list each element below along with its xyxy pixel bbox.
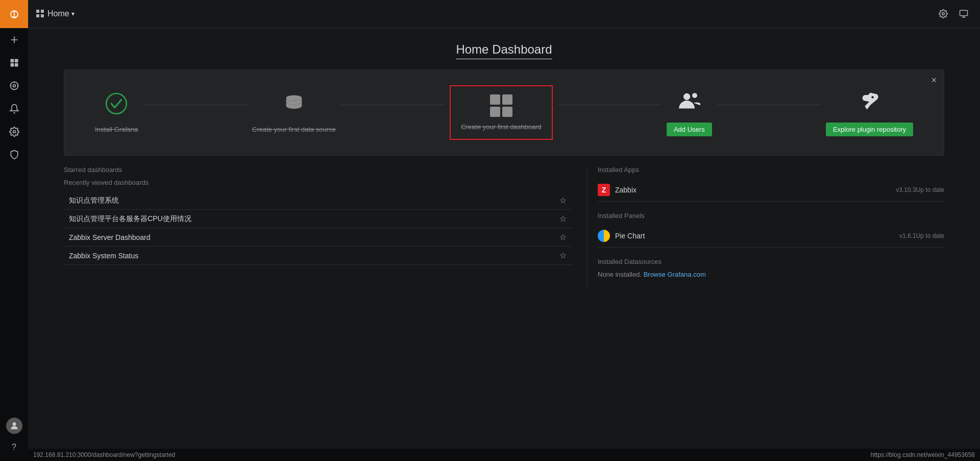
installed-panel-piechart[interactable]: Pie Chart v1.6.1 Up to date	[598, 225, 944, 248]
zabbix-app-version: v3.10.3	[896, 186, 916, 193]
installed-datasources-section: Installed Datasources None installed. Br…	[598, 258, 944, 278]
dashboard-item-name: Zabbix Server Dashboard	[69, 233, 151, 241]
dashboard-title-section: Home Dashboard	[28, 28, 980, 69]
sidebar-item-add[interactable]	[0, 28, 28, 51]
step-create-datasource[interactable]: Create your first data source	[252, 92, 336, 133]
plugin-icon	[858, 89, 880, 116]
installed-app-zabbix[interactable]: Z Zabbix v3.10.3 Up to date	[598, 179, 944, 202]
user-avatar[interactable]	[6, 418, 22, 434]
installed-apps-title: Installed Apps	[598, 166, 944, 174]
sidebar-item-explore[interactable]	[0, 74, 28, 97]
page-content: Home Dashboard × Install Grafana	[28, 28, 980, 449]
main-area: Home ▾ Home Dashboard ×	[28, 0, 980, 461]
apps-grid-icon[interactable]	[36, 10, 44, 18]
left-panel: Starred dashboards Recently viewed dashb…	[64, 166, 587, 288]
grafana-logo[interactable]	[0, 0, 28, 28]
svg-point-21	[106, 93, 127, 114]
dashboard-title: Home Dashboard	[456, 42, 552, 59]
dashboard-list-item[interactable]: Zabbix System Status ☆	[64, 247, 572, 265]
topbar-title[interactable]: Home ▾	[47, 9, 75, 18]
right-panel: Installed Apps Z Zabbix v3.10.3 Up to da…	[587, 166, 944, 288]
svg-rect-7	[10, 63, 14, 66]
star-icon[interactable]: ☆	[559, 232, 567, 242]
piechart-panel-version: v1.6.1	[899, 232, 916, 239]
step-divider-3	[558, 105, 662, 105]
piechart-panel-status: Up to date	[916, 232, 944, 239]
dashboard-grid-icon	[490, 94, 512, 117]
starred-dashboards-title: Starred dashboards	[64, 166, 572, 174]
svg-point-24	[692, 93, 697, 98]
installed-apps-section: Installed Apps Z Zabbix v3.10.3 Up to da…	[598, 166, 944, 202]
installed-panels-title: Installed Panels	[598, 212, 944, 220]
checkmark-icon	[105, 92, 128, 119]
step-create-datasource-label: Create your first data source	[252, 126, 336, 133]
step-explore-plugins[interactable]: Explore plugin repository	[826, 89, 913, 136]
zabbix-app-status: Up to date	[916, 186, 944, 193]
svg-point-15	[13, 130, 15, 133]
dashboard-list-item[interactable]: 知识点管理系统 ☆	[64, 191, 572, 210]
sidebar: ?	[0, 0, 28, 461]
step-create-dashboard-active[interactable]: Create your first dashboard	[450, 85, 553, 140]
svg-point-16	[12, 422, 16, 426]
sidebar-item-shield[interactable]	[0, 143, 28, 166]
dashboard-item-name: 知识点管理系统	[69, 196, 119, 205]
installed-panels-section: Installed Panels Pie Chart v1.6.1 Up to …	[598, 212, 944, 248]
svg-point-9	[10, 82, 18, 89]
none-installed-text: None installed.	[598, 271, 642, 278]
svg-point-17	[942, 13, 945, 15]
svg-rect-5	[10, 59, 14, 62]
installed-datasources-title: Installed Datasources	[598, 258, 944, 265]
add-users-button[interactable]: Add Users	[667, 123, 712, 136]
statusbar-url-right: https://blog.csdn.net/weixin_44953658	[871, 451, 975, 458]
step-divider-4	[717, 105, 821, 105]
statusbar: 192.168.81.210:3000/dashboard/new?gettin…	[28, 449, 980, 461]
zabbix-app-name: Zabbix	[615, 186, 893, 194]
zabbix-logo: Z	[598, 184, 610, 196]
users-icon	[678, 89, 700, 116]
settings-icon-button[interactable]	[935, 6, 951, 22]
bottom-panels: Starred dashboards Recently viewed dashb…	[64, 166, 944, 288]
star-icon[interactable]: ☆	[559, 196, 567, 205]
getting-started-steps: Install Grafana Create your first data s…	[95, 85, 913, 140]
step-install-grafana[interactable]: Install Grafana	[95, 92, 138, 133]
step-install-grafana-label: Install Grafana	[95, 126, 138, 133]
svg-rect-18	[960, 10, 968, 16]
recently-viewed-list: 知识点管理系统 ☆ 知识点管理平台各服务器CPU使用情况 ☆ Zabbix Se…	[64, 191, 572, 265]
getting-started-banner: × Install Grafana	[64, 69, 944, 156]
dashboard-item-name: Zabbix System Status	[69, 252, 138, 260]
recently-viewed-title: Recently viewed dashboards	[64, 179, 572, 186]
tv-icon-button[interactable]	[955, 6, 972, 22]
sidebar-item-configuration[interactable]	[0, 120, 28, 143]
topbar: Home ▾	[28, 0, 980, 28]
svg-rect-8	[14, 63, 18, 66]
topbar-right	[935, 6, 972, 22]
piechart-logo	[598, 230, 610, 242]
chevron-down-icon: ▾	[71, 10, 75, 17]
star-icon[interactable]: ☆	[559, 251, 567, 260]
statusbar-url-left: 192.168.81.210:3000/dashboard/new?gettin…	[33, 451, 175, 458]
step-add-users[interactable]: Add Users	[667, 89, 712, 136]
step-divider-1	[143, 105, 247, 105]
installed-datasources-none: None installed. Browse Grafana.com	[598, 271, 944, 278]
star-icon[interactable]: ☆	[559, 214, 567, 224]
svg-point-2	[13, 11, 15, 13]
dashboard-list-item[interactable]: Zabbix Server Dashboard ☆	[64, 228, 572, 247]
piechart-panel-name: Pie Chart	[615, 232, 896, 240]
dashboard-list-item[interactable]: 知识点管理平台各服务器CPU使用情况 ☆	[64, 210, 572, 228]
close-button[interactable]: ×	[931, 75, 937, 86]
svg-point-22	[286, 95, 302, 101]
browse-grafana-link[interactable]: Browse Grafana.com	[644, 271, 706, 278]
sidebar-bottom: ?	[0, 418, 28, 461]
sidebar-item-dashboards[interactable]	[0, 51, 28, 74]
topbar-left: Home ▾	[36, 9, 75, 18]
step-create-dashboard-label: Create your first dashboard	[461, 123, 542, 131]
help-button[interactable]: ?	[0, 438, 28, 456]
database-icon	[283, 92, 305, 119]
svg-rect-6	[14, 59, 18, 62]
step-divider-2	[341, 105, 445, 105]
dashboard-item-name: 知识点管理平台各服务器CPU使用情况	[69, 214, 191, 224]
svg-point-25	[872, 96, 874, 98]
sidebar-item-alerting[interactable]	[0, 97, 28, 120]
explore-plugins-button[interactable]: Explore plugin repository	[826, 123, 913, 136]
step-create-dashboard-wrapper: Create your first dashboard	[450, 85, 553, 140]
